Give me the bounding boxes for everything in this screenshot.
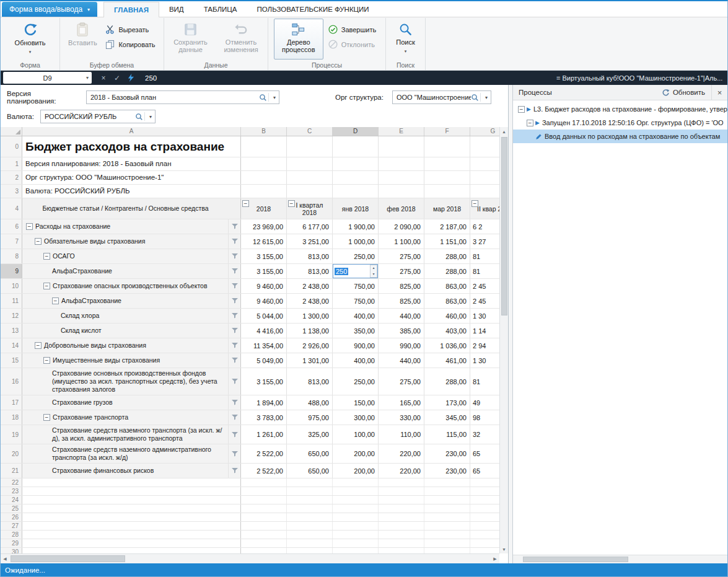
row-number[interactable]: 11: [1, 294, 22, 308]
search-icon[interactable]: [471, 94, 479, 102]
filter-icon[interactable]: [228, 425, 240, 444]
filter-icon[interactable]: [228, 219, 240, 234]
column-header[interactable]: G: [470, 127, 499, 136]
grid-cell[interactable]: [287, 136, 333, 157]
grid-cell[interactable]: [379, 487, 424, 495]
collapse-icon[interactable]: −: [35, 238, 42, 245]
collapse-icon[interactable]: −: [43, 253, 50, 260]
period-column-header[interactable]: фев 2018: [379, 198, 424, 219]
grid-cell[interactable]: [287, 513, 333, 521]
filter-icon[interactable]: [228, 395, 240, 410]
spin-up-icon[interactable]: ▴: [371, 265, 377, 271]
grid-cell[interactable]: [241, 522, 287, 530]
row-number[interactable]: 19: [1, 425, 22, 444]
process-tree-item[interactable]: −▶L3. Бюджет расходов на страхование - ф…: [513, 102, 727, 116]
grid-cell[interactable]: 440,00: [379, 309, 424, 323]
grid-cell[interactable]: 220,00: [379, 444, 424, 463]
row-label-cell[interactable]: Страхование грузов: [22, 395, 241, 410]
grid-cell[interactable]: [470, 136, 499, 157]
row-number[interactable]: 12: [1, 309, 22, 323]
empty-label-cell[interactable]: [22, 548, 241, 553]
row-number[interactable]: 15: [1, 353, 22, 368]
collapse-icon[interactable]: −: [43, 414, 50, 421]
formula-value[interactable]: 250: [145, 74, 157, 82]
filter-icon[interactable]: [228, 444, 240, 463]
grid-cell[interactable]: [470, 548, 499, 553]
grid-cell[interactable]: 115,00: [424, 425, 470, 444]
grid-cell[interactable]: 110,00: [379, 425, 424, 444]
grid-cell[interactable]: 2 94: [470, 338, 499, 353]
close-panel-button[interactable]: ×: [711, 85, 727, 100]
grid-cell[interactable]: [241, 496, 287, 504]
row-number[interactable]: 30: [1, 548, 22, 553]
grid-cell[interactable]: [333, 136, 379, 157]
grid-cell[interactable]: 32: [470, 425, 499, 444]
row-label-cell[interactable]: АльфаСтрахование: [22, 264, 241, 278]
cell-reference-box[interactable]: D9 ▾: [3, 72, 92, 84]
grid-cell[interactable]: [333, 513, 379, 521]
grid-cell[interactable]: [424, 171, 470, 184]
grid-cell[interactable]: [333, 157, 379, 170]
row-label-cell[interactable]: −Имущественные виды страхования: [22, 353, 241, 368]
row-label-cell[interactable]: Склад хлора: [22, 309, 241, 323]
grid-cell[interactable]: 81: [470, 368, 499, 395]
grid-cell[interactable]: 220,00: [379, 464, 424, 478]
grid-cell[interactable]: 288,00: [424, 264, 470, 278]
empty-label-cell[interactable]: [22, 513, 241, 521]
grid-cell[interactable]: 345,00: [424, 410, 470, 425]
grid-cell[interactable]: [424, 504, 470, 513]
grid-cell[interactable]: 2 45: [470, 279, 499, 293]
collapse-icon[interactable]: −: [43, 357, 50, 364]
grid-cell[interactable]: [379, 136, 424, 157]
grid-cell[interactable]: [287, 171, 333, 184]
grid-cell[interactable]: [424, 157, 470, 170]
grid-cell[interactable]: 98: [470, 410, 499, 425]
column-header[interactable]: D: [333, 127, 379, 136]
grid-cell[interactable]: 400,00: [333, 353, 379, 368]
row-number[interactable]: 21: [1, 464, 22, 478]
grid-cell[interactable]: [241, 487, 287, 495]
grid-cell[interactable]: 1 14: [470, 324, 499, 338]
refresh-form-button[interactable]: Обновить ▾: [12, 19, 48, 59]
grid-cell[interactable]: [470, 478, 499, 487]
grid-cell[interactable]: [424, 531, 470, 539]
grid-cell[interactable]: 3 155,00: [241, 368, 287, 395]
grid-cell[interactable]: [379, 539, 424, 547]
row-number[interactable]: 1: [1, 157, 22, 170]
collapse-icon[interactable]: −: [471, 200, 478, 207]
grid-cell[interactable]: 488,00: [287, 395, 333, 410]
decline-button[interactable]: Отклонить: [325, 38, 380, 50]
row-number[interactable]: 3: [1, 185, 22, 198]
grid-cell[interactable]: 1 30: [470, 353, 499, 368]
row-label-cell[interactable]: Страхование средств наземного администра…: [22, 444, 241, 463]
grid-cell[interactable]: [241, 513, 287, 521]
empty-label-cell[interactable]: [22, 531, 241, 539]
empty-label-cell[interactable]: [22, 539, 241, 547]
row-number[interactable]: 28: [1, 531, 22, 539]
grid-cell[interactable]: 250,00: [333, 368, 379, 395]
collapse-icon[interactable]: −: [35, 342, 42, 349]
grid-cell[interactable]: [470, 522, 499, 530]
grid-cell[interactable]: 230,00: [424, 464, 470, 478]
row-number[interactable]: 10: [1, 279, 22, 293]
grid-cell[interactable]: [379, 157, 424, 170]
grid-cell[interactable]: 1 300,00: [287, 309, 333, 323]
filter-icon[interactable]: [228, 410, 240, 425]
grid-cell[interactable]: 4 416,00: [241, 324, 287, 338]
grid-cell[interactable]: [287, 504, 333, 513]
refresh-processes-button[interactable]: Обновить: [656, 85, 711, 100]
grid-cell[interactable]: [241, 539, 287, 547]
grid-cell[interactable]: 1 30: [470, 309, 499, 323]
row-number[interactable]: 25: [1, 504, 22, 513]
org-combo[interactable]: ООО "Машиностроение-1" ▾: [392, 90, 491, 104]
grid-cell[interactable]: 1 000,00: [333, 234, 379, 249]
function-icon[interactable]: [124, 74, 138, 82]
ribbon-tab[interactable]: ВИД: [159, 2, 194, 17]
grid-cell[interactable]: [379, 185, 424, 198]
filter-icon[interactable]: [228, 234, 240, 249]
column-header[interactable]: A: [22, 127, 241, 136]
grid-cell[interactable]: [333, 504, 379, 513]
grid-cell[interactable]: [424, 478, 470, 487]
grid-cell[interactable]: 9 460,00: [241, 279, 287, 293]
ribbon-tab[interactable]: ТАБЛИЦА: [194, 2, 247, 17]
